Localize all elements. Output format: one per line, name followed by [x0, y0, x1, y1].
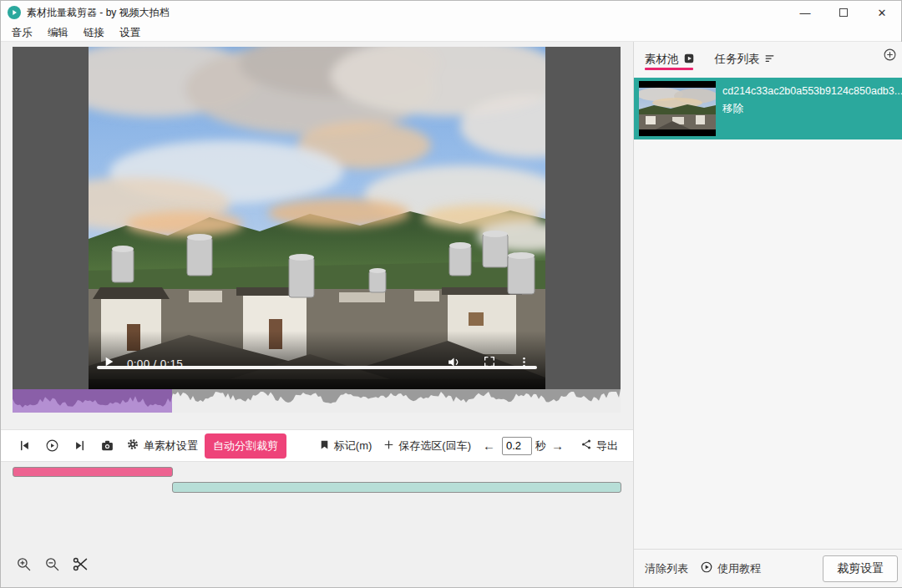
window-title: 素材批量裁剪器 - by 视频大拍档 [27, 6, 170, 20]
material-id: cd214c33ac2b0a553b9124c850adb3... [722, 85, 902, 97]
export-button[interactable]: 导出 [580, 438, 618, 454]
video-progress-bar[interactable] [97, 366, 537, 369]
task-list-icon [764, 53, 775, 66]
plus-icon [383, 439, 394, 453]
tutorial-play-icon [700, 560, 713, 576]
step-back-arrow[interactable]: ← [483, 438, 495, 453]
volume-icon[interactable] [447, 355, 461, 373]
video-clip-icon [683, 53, 695, 67]
minimize-button[interactable]: — [786, 1, 824, 24]
share-icon [580, 438, 592, 453]
save-selection-button[interactable]: 保存选区(回车) [383, 438, 471, 454]
bookmark-icon [319, 439, 330, 453]
tab-task-list[interactable]: 任务列表 [715, 52, 775, 67]
video-player[interactable]: 0:00 / 0:15 [89, 47, 545, 389]
title-bar: 素材批量裁剪器 - by 视频大拍档 — ✕ [1, 1, 901, 24]
close-button[interactable]: ✕ [863, 1, 901, 24]
mark-label: 标记(m) [334, 438, 372, 454]
export-label: 导出 [596, 438, 618, 454]
window-controls: — ✕ [786, 1, 901, 24]
close-icon: ✕ [878, 7, 887, 19]
menu-bar: 音乐 编辑 链接 设置 [1, 24, 901, 42]
auto-split-crop-button[interactable]: 自动分割裁剪 [205, 433, 286, 459]
zoom-out-icon[interactable] [43, 555, 61, 573]
edit-toolbar: 单素材设置 自动分割裁剪 标记(m) 保存选区(回车) ← 秒 → [1, 429, 633, 462]
timeline-clip-selected[interactable] [13, 467, 173, 477]
step-forward-arrow[interactable]: → [551, 438, 564, 453]
menu-link[interactable]: 链接 [76, 26, 112, 40]
sidebar-tabs: 素材池 任务列表 [634, 42, 902, 72]
video-frame-image [89, 47, 545, 389]
snapshot-camera-icon[interactable] [99, 438, 115, 454]
step-seconds-input[interactable] [502, 437, 532, 455]
sidebar-footer: 清除列表 使用教程 裁剪设置 [634, 549, 902, 587]
gear-icon [126, 438, 139, 454]
seconds-unit-label: 秒 [535, 438, 546, 454]
timeline-tools [14, 555, 89, 573]
timeline-clip-remainder[interactable] [172, 482, 621, 493]
mark-button[interactable]: 标记(m) [319, 438, 372, 454]
tab-material-pool[interactable]: 素材池 [645, 52, 695, 67]
right-sidebar: 素材池 任务列表 [633, 42, 902, 587]
video-controls: 0:00 / 0:15 [89, 349, 545, 378]
tutorial-label: 使用教程 [717, 561, 761, 576]
tab-task-list-label: 任务列表 [715, 52, 760, 67]
material-pool-item[interactable]: cd214c33ac2b0a553b9124c850adb3... 移除 [634, 78, 902, 139]
app-logo-icon [8, 6, 21, 19]
crop-settings-button[interactable]: 裁剪设置 [823, 555, 898, 582]
skip-start-icon[interactable] [16, 438, 33, 454]
scissors-cut-icon[interactable] [71, 555, 89, 573]
skip-end-icon[interactable] [71, 438, 88, 454]
app-window: 素材批量裁剪器 - by 视频大拍档 — ✕ 音乐 编辑 链接 设置 [0, 0, 902, 588]
active-tab-underline [645, 68, 693, 70]
maximize-icon [839, 8, 848, 17]
zoom-in-icon[interactable] [14, 555, 33, 573]
play-circle-icon[interactable] [43, 438, 60, 454]
play-icon[interactable] [102, 355, 115, 372]
menu-settings[interactable]: 设置 [112, 26, 148, 40]
single-material-settings-label: 单素材设置 [144, 438, 198, 454]
material-thumbnail[interactable] [639, 81, 716, 136]
audio-waveform[interactable] [13, 389, 621, 413]
main-area: 0:00 / 0:15 [1, 42, 633, 587]
remove-material-link[interactable]: 移除 [722, 102, 743, 116]
save-selection-label: 保存选区(回车) [398, 438, 471, 454]
fullscreen-icon[interactable] [483, 355, 496, 372]
menu-edit[interactable]: 编辑 [40, 26, 76, 40]
single-material-settings[interactable]: 单素材设置 [126, 438, 198, 454]
minimize-icon: — [800, 7, 811, 19]
tab-material-pool-label: 素材池 [645, 52, 679, 67]
waveform-selection[interactable] [13, 389, 172, 413]
clear-list-link[interactable]: 清除列表 [645, 561, 688, 576]
tutorial-link[interactable]: 使用教程 [700, 560, 761, 576]
player-stage: 0:00 / 0:15 [13, 47, 621, 389]
thumbnail-image [639, 88, 716, 129]
maximize-button[interactable] [824, 1, 863, 24]
menu-music[interactable]: 音乐 [4, 26, 40, 40]
add-material-button[interactable] [883, 48, 897, 65]
